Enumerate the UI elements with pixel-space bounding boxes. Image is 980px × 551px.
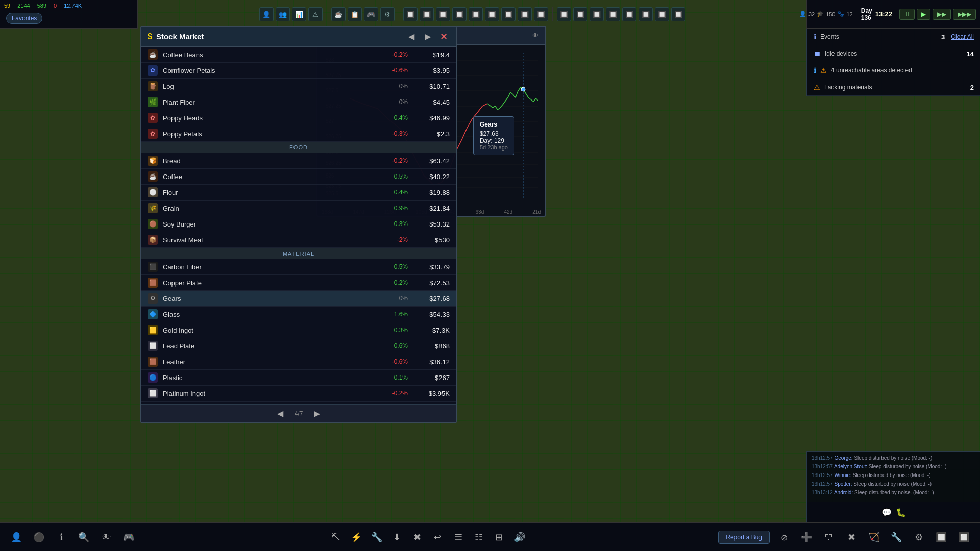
speed2-button[interactable]: ▶▶: [933, 9, 951, 20]
bottom-wrench2-icon[interactable]: 🔧: [888, 529, 904, 545]
bottom-icon-info[interactable]: ℹ: [53, 529, 69, 545]
toolbar-icon-extra14[interactable]: 🔲: [622, 7, 636, 21]
tool-list3[interactable]: ⊞: [491, 529, 507, 545]
toolbar-icon-extra16[interactable]: 🔲: [655, 7, 669, 21]
toolbar-icon-extra5[interactable]: 🔲: [469, 7, 483, 21]
bottom-icon-person[interactable]: 👤: [8, 529, 24, 545]
toolbar-group-icon[interactable]: 👥: [276, 7, 290, 21]
toolbar-icon-extra2[interactable]: 🔲: [420, 7, 434, 21]
lacking-label: Lacking materials: [824, 84, 872, 91]
bug-icon-small[interactable]: 🐛: [896, 508, 906, 517]
events-row: ℹ Events 3 Clear All: [807, 29, 980, 45]
favorites-button[interactable]: Favorites: [6, 13, 42, 24]
stock-close-button[interactable]: ✕: [438, 31, 450, 42]
toolbar-gear-icon[interactable]: ⚙: [380, 7, 395, 21]
bottom-plus-icon[interactable]: ➕: [798, 529, 815, 545]
toolbar-icon-extra11[interactable]: 🔲: [573, 7, 587, 21]
chart-eye-icon[interactable]: 👁: [532, 32, 539, 39]
toolbar-icon-extra12[interactable]: 🔲: [590, 7, 604, 21]
log-icon: 🪵: [148, 81, 158, 91]
report-bug-button[interactable]: Report a Bug: [718, 531, 770, 544]
toolbar-icon-extra7[interactable]: 🔲: [501, 7, 516, 21]
list-item[interactable]: 🌾 Grain 0.9% $21.84: [141, 201, 456, 216]
alerts-value: 0: [54, 3, 57, 9]
bottom-icon-twitch[interactable]: 🎮: [120, 529, 137, 545]
list-item[interactable]: ⬜ Lead Plate 0.6% $868: [141, 338, 456, 354]
toolbar-icon-extra3[interactable]: 🔲: [436, 7, 450, 21]
toolbar-icon-extra1[interactable]: 🔲: [403, 7, 418, 21]
tooltip-day: Day: 129: [480, 137, 508, 144]
bottom-icon-dot[interactable]: ⚫: [31, 529, 47, 545]
toolbar-icon-extra17[interactable]: 🔲: [671, 7, 685, 21]
list-item[interactable]: 📦 Survival Meal -2% $530: [141, 232, 456, 248]
stock-footer-next-button[interactable]: ▶: [311, 408, 323, 419]
list-item[interactable]: 🔵 Plastic 0.1% $267: [141, 370, 456, 386]
bottom-extra2[interactable]: 🔲: [955, 529, 972, 545]
chat-icon[interactable]: 💬: [881, 508, 892, 517]
list-item[interactable]: 🪵 Log 0% $10.71: [141, 79, 456, 94]
list-item[interactable]: ✿ Cornflower Petals -0.6% $3.95: [141, 63, 456, 79]
bottom-gear2-icon[interactable]: ⚙: [911, 529, 927, 545]
toolbar-icon-extra8[interactable]: 🔲: [518, 7, 532, 21]
list-item[interactable]: 🔷 Glass 1.6% $54.33: [141, 307, 456, 322]
toolbar-icon-extra4[interactable]: 🔲: [452, 7, 467, 21]
bottom-extra1[interactable]: 🔲: [933, 529, 949, 545]
list-item[interactable]: ⬜ Platinum Ingot -0.2% $3.95K: [141, 386, 456, 402]
list-item[interactable]: ✿ Poppy Petals -0.3% $2.3: [141, 126, 456, 142]
toolbar-coffee-icon[interactable]: ☕: [331, 7, 346, 21]
toolbar-alert-icon[interactable]: ⚠: [308, 7, 323, 21]
stock-next-button[interactable]: ▶: [422, 31, 434, 42]
tool-list1[interactable]: ☰: [450, 529, 467, 545]
toolbar-icon-extra15[interactable]: 🔲: [639, 7, 653, 21]
log-change: 0%: [377, 83, 408, 90]
speed3-button[interactable]: ▶▶▶: [953, 9, 976, 20]
list-item[interactable]: ⬛ Carbon Fiber 0.5% $33.79: [141, 259, 456, 275]
toolbar-people-icon[interactable]: 👤: [259, 7, 274, 21]
toolbar-list-icon[interactable]: 📋: [348, 7, 362, 21]
tool-undo[interactable]: ↩: [430, 529, 446, 545]
bottom-shield-icon[interactable]: 🛡: [821, 529, 837, 545]
copper-plate-change: 0.2%: [377, 279, 408, 286]
tool-bolt[interactable]: ⚡: [348, 529, 364, 545]
bottom-ban-icon[interactable]: ⊘: [776, 529, 792, 545]
tool-pickaxe[interactable]: ⛏: [328, 529, 344, 545]
stock-footer-prev-button[interactable]: ◀: [274, 408, 286, 419]
copper-plate-price: $72.53: [414, 279, 450, 287]
list-item[interactable]: 🌿 Plant Fiber 0% $4.45: [141, 94, 456, 110]
tool-cancel[interactable]: ✖: [409, 529, 426, 545]
bottom-arrow-icon[interactable]: 🏹: [866, 529, 882, 545]
bottom-x-icon[interactable]: ✖: [843, 529, 860, 545]
toolbar-stats-icon[interactable]: 📊: [292, 7, 306, 21]
clear-all-button[interactable]: Clear All: [951, 33, 974, 40]
list-item[interactable]: ✿ Poppy Heads 0.4% $46.99: [141, 110, 456, 126]
pause-button[interactable]: ⏸: [899, 9, 915, 20]
grain-icon: 🌾: [148, 203, 158, 213]
list-item[interactable]: 🟤 Soy Burger 0.3% $53.32: [141, 216, 456, 232]
list-item[interactable]: 🟨 Gold Ingot 0.3% $7.3K: [141, 322, 456, 338]
stock-prev-button[interactable]: ◀: [405, 31, 418, 42]
tool-wrench[interactable]: 🔧: [369, 529, 385, 545]
list-item[interactable]: 🟫 Copper Plate 0.2% $72.53: [141, 275, 456, 291]
toolbar-icon-extra13[interactable]: 🔲: [606, 7, 620, 21]
list-item[interactable]: 🍞 Bread -0.2% $63.42: [141, 153, 456, 169]
list-item[interactable]: ☕ Coffee Beans -0.2% $19.4: [141, 47, 456, 63]
toolbar-game-icon[interactable]: 🎮: [364, 7, 378, 21]
tool-download[interactable]: ⬇: [389, 529, 405, 545]
toolbar-icon-extra10[interactable]: 🔲: [557, 7, 571, 21]
tooltip-title: Gears: [480, 121, 508, 128]
list-item[interactable]: ⚪ Flour 0.4% $19.88: [141, 185, 456, 201]
tool-list2[interactable]: ☷: [471, 529, 487, 545]
lead-plate-icon: ⬜: [148, 341, 158, 351]
bottom-icon-search[interactable]: 🔍: [76, 529, 92, 545]
tool-speaker[interactable]: 🔊: [511, 529, 528, 545]
toolbar-icon-extra6[interactable]: 🔲: [485, 7, 499, 21]
list-item[interactable]: ☕ Coffee 0.5% $40.22: [141, 169, 456, 185]
stock-footer: ◀ 4/7 ▶: [141, 404, 456, 422]
speed1-button[interactable]: ▶: [917, 9, 930, 20]
toolbar-icon-extra9[interactable]: 🔲: [534, 7, 548, 21]
bottom-icon-eye[interactable]: 👁: [98, 529, 114, 545]
svg-point-22: [521, 87, 525, 91]
list-item[interactable]: ⚙ Gears 0% $27.68: [141, 291, 456, 307]
chart-green-line: [487, 87, 538, 110]
list-item[interactable]: 🟫 Leather -0.6% $36.12: [141, 354, 456, 370]
